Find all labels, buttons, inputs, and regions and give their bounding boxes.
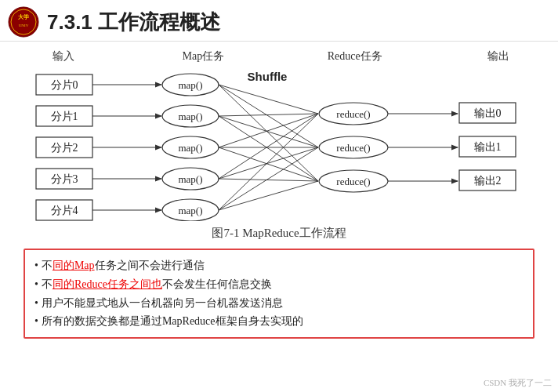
bullet-dot-1: •	[34, 256, 38, 275]
svg-text:Shuffle: Shuffle	[248, 70, 288, 83]
svg-text:map(): map()	[178, 111, 202, 122]
bullet-dot-2: •	[34, 275, 38, 294]
main-content: 输入 Map任务 Reduce任务 输出 分片0 分片1 分片2 分片3 分片4	[0, 42, 558, 347]
bullet-dot-4: •	[34, 312, 38, 331]
svg-text:map(): map()	[178, 142, 202, 154]
bullet-item-2: • 不同的Reduce任务之间也不会发生任何信息交换	[34, 275, 524, 294]
diagram-container: 输入 Map任务 Reduce任务 输出 分片0 分片1 分片2 分片3 分片4	[24, 49, 534, 241]
bullet-item-4: • 所有的数据交换都是通过MapReduce框架自身去实现的	[34, 312, 524, 331]
bullets-box: • 不同的Map任务之间不会进行通信 • 不同的Reduce任务之间也不会发生任…	[24, 249, 534, 339]
svg-text:输出0: 输出0	[474, 107, 502, 119]
bullet-item-1: • 不同的Map任务之间不会进行通信	[34, 256, 524, 275]
svg-text:map(): map()	[178, 205, 202, 216]
bullet-text-3: 用户不能显式地从一台机器向另一台机器发送消息	[42, 294, 283, 313]
page-title: 7.3.1 工作流程概述	[47, 9, 220, 36]
header: 大学 UNIV 7.3.1 工作流程概述	[0, 0, 558, 42]
svg-text:map(): map()	[178, 173, 202, 185]
col-label-input: 输入	[32, 49, 95, 64]
svg-text:分片4: 分片4	[51, 205, 78, 216]
highlight-1: 同的Map	[53, 260, 95, 271]
highlight-2: 同的Reduce任务之间也	[53, 278, 162, 290]
svg-text:reduce(): reduce()	[336, 176, 370, 187]
svg-text:map(): map()	[178, 79, 202, 91]
svg-text:分片0: 分片0	[51, 79, 78, 91]
bullet-text-4: 所有的数据交换都是通过MapReduce框架自身去实现的	[42, 312, 303, 331]
bullet-text-1: 不同的Map任务之间不会进行通信	[42, 256, 205, 275]
svg-text:UNIV: UNIV	[19, 24, 29, 27]
col-label-map: Map任务	[168, 49, 238, 64]
svg-text:大学: 大学	[17, 13, 29, 20]
bullet-item-3: • 用户不能显式地从一台机器向另一台机器发送消息	[34, 294, 524, 313]
mapreduce-diagram: 分片0 分片1 分片2 分片3 分片4 map() map()	[28, 68, 530, 221]
svg-text:分片3: 分片3	[51, 173, 78, 185]
column-labels: 输入 Map任务 Reduce任务 输出	[24, 49, 534, 64]
col-label-reduce: Reduce任务	[312, 49, 398, 64]
svg-point-0	[9, 7, 38, 37]
watermark: CSDN 我死了一二	[484, 377, 552, 389]
diagram-caption: 图7-1 MapReduce工作流程	[24, 226, 534, 241]
svg-line-35	[219, 116, 318, 181]
svg-text:输出1: 输出1	[474, 141, 502, 153]
bullet-text-2: 不同的Reduce任务之间也不会发生任何信息交换	[42, 275, 272, 294]
svg-text:输出2: 输出2	[474, 175, 502, 187]
svg-line-39	[219, 114, 318, 179]
svg-text:reduce(): reduce()	[336, 142, 370, 154]
svg-text:reduce(): reduce()	[336, 108, 370, 120]
col-label-output: 输出	[471, 49, 526, 64]
svg-text:分片2: 分片2	[51, 142, 78, 154]
bullet-dot-3: •	[34, 294, 38, 313]
svg-text:分片1: 分片1	[51, 111, 78, 122]
logo-icon: 大学 UNIV	[8, 6, 39, 38]
